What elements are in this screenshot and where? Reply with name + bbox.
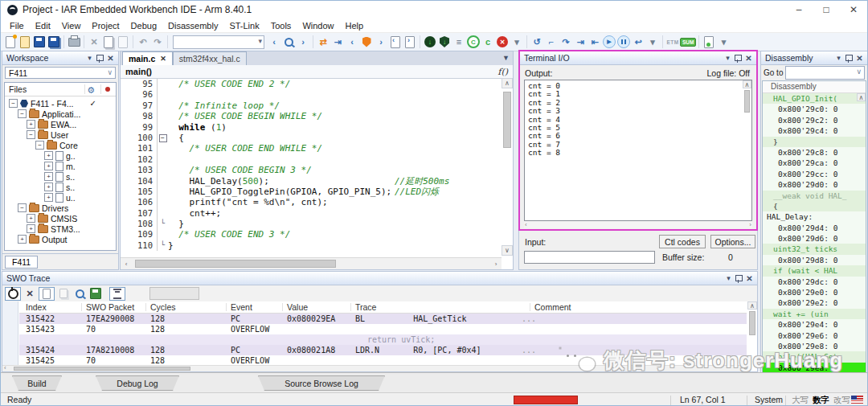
debug-dropdown[interactable]: ▾	[645, 35, 660, 49]
tab-debug-log[interactable]: Debug Log	[96, 375, 179, 391]
menu-item-tools[interactable]: Tools	[265, 21, 297, 31]
tab-list-dropdown-icon[interactable]: ▼	[502, 54, 510, 62]
column-header-event[interactable]: Event	[231, 301, 252, 313]
expand-icon[interactable]: +	[27, 224, 35, 233]
swo-trace-button[interactable]: SUM	[680, 35, 696, 49]
column-header-index[interactable]: Index	[26, 301, 47, 313]
terminal-scroll-right[interactable]: ›	[749, 221, 751, 228]
restart-button[interactable]: c	[481, 35, 495, 49]
context-function[interactable]: main()	[125, 67, 152, 76]
swo-mixed-mode-button[interactable]	[56, 288, 71, 300]
tree-item-ewa[interactable]: +EWA...	[5, 119, 116, 129]
tree-item-applicati[interactable]: −Applicati...	[5, 109, 116, 119]
menu-item-disassembly[interactable]: Disassembly	[162, 21, 223, 31]
ime-number[interactable]: 数字	[813, 395, 829, 406]
swo-hscrollbar[interactable]: ‹	[2, 365, 747, 371]
editor-scroll-left[interactable]: ‹	[121, 258, 132, 269]
workspace-bottom-tab[interactable]: F411	[5, 256, 38, 269]
swo-vscroll-thumb[interactable]	[749, 311, 755, 335]
stop-build-button[interactable]: ✕	[495, 35, 510, 49]
prev-bookmark-button[interactable]: ‹	[345, 35, 359, 49]
find-previous-button[interactable]: ‹	[267, 35, 281, 49]
terminal-input-field[interactable]	[524, 251, 655, 264]
editor-scroll-down[interactable]: ∨	[502, 245, 513, 256]
swo-save-button[interactable]	[88, 288, 103, 300]
tree-item-stm3[interactable]: +STM3...	[5, 224, 116, 234]
swo-new-log-button[interactable]	[39, 287, 55, 301]
find-button[interactable]	[281, 35, 296, 49]
print-button[interactable]	[67, 35, 81, 49]
download-and-debug-button[interactable]: ↓	[437, 35, 452, 49]
debug-break-button[interactable]: ⌐	[544, 35, 559, 49]
step-over-button[interactable]: ↷	[559, 35, 573, 49]
trace-source-row[interactable]: return uvTick;	[19, 334, 747, 345]
workspace-config-selector[interactable]: F411	[5, 67, 116, 79]
etm-trace-button[interactable]: ETM	[665, 35, 680, 49]
column-header-swopacket[interactable]: SWO Packet	[86, 301, 134, 313]
step-into-button[interactable]: ⇥	[573, 35, 588, 49]
table-row[interactable]: 31542370128OVERFLOW	[19, 324, 747, 334]
expand-icon[interactable]: +	[44, 193, 53, 202]
minimize-button[interactable]: –	[785, 1, 813, 18]
pin-icon[interactable]	[733, 53, 743, 63]
menu-item-edit[interactable]: Edit	[30, 21, 56, 31]
undo-button[interactable]: ↶	[136, 35, 150, 49]
make-button[interactable]: ≡	[452, 35, 466, 49]
swo-find-button[interactable]	[72, 288, 87, 300]
tree-item-output[interactable]: +Output	[5, 234, 116, 244]
expand-icon[interactable]: +	[44, 172, 53, 181]
column-header-comment[interactable]: Comment	[534, 301, 571, 313]
toggle-bookmark-button[interactable]	[359, 35, 374, 49]
maximize-button[interactable]: □	[813, 1, 840, 18]
table-row[interactable]: 31542417A8210008128PC0x080021A8LDR.N R0,…	[19, 345, 747, 355]
fold-box-icon[interactable]: −	[159, 134, 167, 142]
save-all-button[interactable]	[47, 35, 61, 49]
swo-enable-button[interactable]	[5, 287, 21, 301]
collapse-icon[interactable]: −	[27, 130, 35, 139]
fold-marker[interactable]: −	[157, 133, 168, 143]
close-button[interactable]: ✕	[840, 1, 867, 18]
tree-item-f411f4[interactable]: −F411 - F4...✓	[5, 98, 116, 109]
tree-item-g[interactable]: +g..	[5, 150, 116, 161]
swo-hscroll-thumb[interactable]	[14, 367, 190, 371]
collapse-icon[interactable]: −	[9, 99, 18, 108]
terminal-vscroll-thumb[interactable]	[744, 90, 750, 113]
download-button[interactable]: ↓	[423, 35, 437, 49]
terminal-scroll-left[interactable]: ‹	[525, 221, 527, 228]
ime-overwrite[interactable]: 改写	[833, 395, 850, 406]
swo-settings-button[interactable]	[109, 287, 125, 301]
next-page-button[interactable]	[403, 35, 417, 49]
save-button[interactable]	[32, 35, 47, 49]
tab-build[interactable]: Build	[12, 375, 62, 391]
function-selector-icon[interactable]: f()	[497, 67, 508, 77]
redo-button[interactable]: ↷	[150, 35, 165, 49]
fold-marker[interactable]: └	[157, 219, 168, 229]
go-button[interactable]: ▶	[602, 35, 616, 49]
language-flag-icon[interactable]	[851, 396, 863, 404]
menu-item-window[interactable]: Window	[297, 21, 339, 31]
tree-item-user[interactable]: −User	[5, 129, 116, 140]
close-icon[interactable]: ✕	[854, 53, 865, 63]
editor-scroll-right[interactable]: ›	[490, 258, 502, 269]
menu-item-file[interactable]: File	[4, 21, 30, 31]
close-icon[interactable]: ✕	[743, 53, 754, 63]
next-bookmark-button[interactable]: ›	[374, 35, 388, 49]
ime-caps[interactable]: 大写	[792, 395, 809, 406]
editor-hscrollbar[interactable]: ‹ ›	[121, 257, 502, 269]
find-next-button[interactable]: ›	[296, 35, 310, 49]
close-icon[interactable]: ✕	[105, 53, 116, 63]
pin-icon[interactable]	[844, 53, 854, 63]
table-row[interactable]: 31542217EA290008128PC0x080029EABL HAL_Ge…	[19, 314, 747, 324]
tab-source-browse-log[interactable]: Source Browse Log	[258, 375, 385, 391]
menu-item-debug[interactable]: Debug	[125, 21, 162, 31]
expand-icon[interactable]: +	[44, 182, 53, 191]
open-file-button[interactable]	[18, 35, 32, 49]
tab-close-icon[interactable]: ✕	[160, 55, 166, 63]
tree-item-u[interactable]: +u..	[5, 192, 116, 203]
chevron-down-icon[interactable]: ▾	[723, 53, 733, 63]
expand-icon[interactable]: +	[44, 162, 53, 170]
terminal-scroll-up[interactable]: ∧	[743, 80, 751, 88]
tab-main-c[interactable]: main.c ✕	[122, 51, 173, 65]
reset-button[interactable]: C	[466, 35, 481, 49]
collapse-icon[interactable]: −	[18, 109, 27, 118]
